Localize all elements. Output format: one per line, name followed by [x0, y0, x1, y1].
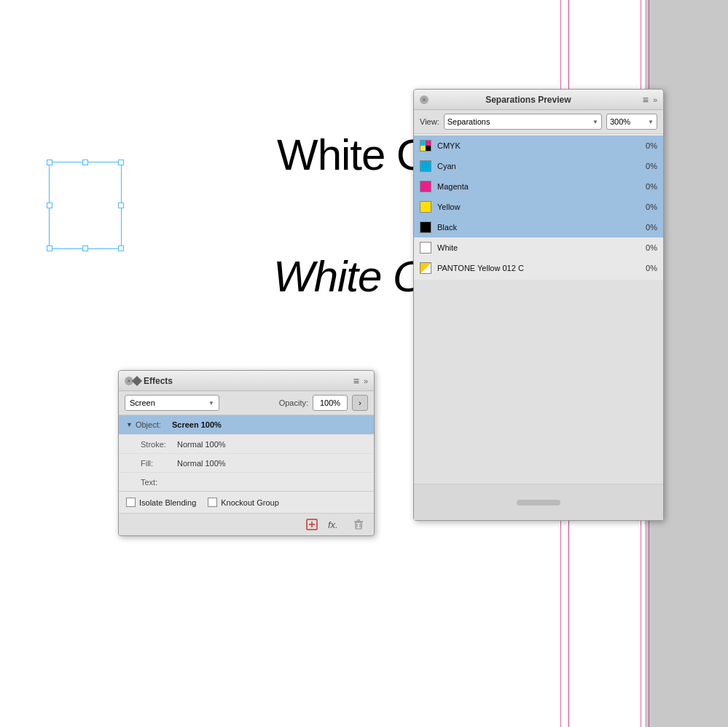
- stroke-label: Stroke:: [141, 440, 177, 449]
- separations-collapse-icon[interactable]: »: [653, 95, 657, 104]
- view-dropdown[interactable]: Separations ▼: [444, 114, 602, 130]
- next-button[interactable]: ›: [352, 395, 368, 411]
- handle-top-right[interactable]: [118, 160, 124, 165]
- zoom-dropdown-arrow-icon: ▼: [648, 119, 654, 125]
- handle-mid-right[interactable]: [118, 203, 124, 208]
- object-value: Screen 100%: [172, 420, 222, 429]
- opacity-label: Opacity:: [279, 398, 308, 407]
- magenta-color-name: Magenta: [437, 182, 637, 191]
- view-dropdown-value: Separations: [447, 117, 490, 126]
- effects-panel: × Effects ≡ » Screen ▼ Opacity: 100% ›: [118, 370, 375, 536]
- view-dropdown-arrow-icon: ▼: [592, 119, 598, 125]
- list-item[interactable]: Yellow 0%: [414, 197, 663, 217]
- delete-button[interactable]: [349, 516, 368, 533]
- text-row: Text:: [119, 472, 374, 491]
- separations-panel-bottom: [414, 484, 663, 520]
- effects-bottombar: fx.: [119, 513, 374, 535]
- white-color-name: White: [437, 243, 637, 252]
- separations-panel-title: Separations Preview: [414, 95, 643, 105]
- cyan-color-swatch: [420, 160, 431, 172]
- scrollbar-indicator[interactable]: [517, 500, 560, 506]
- knockout-group-label: Knockout Group: [221, 498, 279, 507]
- isolate-blending-checkbox[interactable]: [126, 498, 136, 507]
- separations-menu-icon[interactable]: ≡: [643, 94, 649, 106]
- effects-checkboxes-area: Isolate Blending Knockout Group: [119, 491, 374, 513]
- knockout-group-checkbox-item[interactable]: Knockout Group: [208, 498, 279, 507]
- effects-panel-title-area: Effects: [133, 376, 353, 386]
- pantone-color-pct: 0%: [637, 264, 657, 272]
- handle-bottom-left[interactable]: [47, 245, 52, 251]
- canvas-area: White Ov White Ov × Separations Preview …: [0, 0, 728, 727]
- effects-titlebar: × Effects ≡ »: [119, 371, 374, 391]
- diamond-icon: [132, 375, 142, 385]
- cmyk-color-pct: 0%: [637, 141, 657, 150]
- yellow-color-pct: 0%: [637, 203, 657, 211]
- svg-text:fx.: fx.: [328, 519, 338, 530]
- effects-content: ▼ Object: Screen 100% Stroke: Normal 100…: [119, 415, 374, 491]
- blend-mode-dropdown[interactable]: Screen ▼: [125, 395, 219, 411]
- svg-rect-6: [356, 522, 361, 529]
- handle-bottom-right[interactable]: [118, 245, 124, 251]
- opacity-input[interactable]: 100%: [313, 395, 348, 411]
- color-list: CMYK 0% Cyan 0% Magenta 0% Yellow 0%: [414, 134, 663, 280]
- effects-menu-icon[interactable]: ≡: [353, 375, 359, 387]
- handle-top-left[interactable]: [47, 160, 52, 165]
- blend-mode-arrow-icon: ▼: [208, 400, 214, 406]
- separations-empty-area: [414, 280, 663, 484]
- expand-arrow-icon: ▼: [126, 421, 133, 428]
- fill-row: Fill: Normal 100%: [119, 453, 374, 472]
- effects-toolbar: Screen ▼ Opacity: 100% ›: [119, 391, 374, 415]
- magenta-color-pct: 0%: [637, 182, 657, 191]
- fill-value: Normal 100%: [177, 459, 226, 468]
- handle-bottom-mid[interactable]: [82, 245, 88, 251]
- list-item[interactable]: Black 0%: [414, 217, 663, 237]
- white-color-pct: 0%: [637, 243, 657, 252]
- white-color-swatch: [420, 242, 431, 254]
- blend-mode-value: Screen: [130, 398, 155, 407]
- separations-toolbar: View: Separations ▼ 300% ▼: [414, 110, 663, 134]
- cyan-color-name: Cyan: [437, 162, 637, 170]
- stroke-row: Stroke: Normal 100%: [119, 434, 374, 453]
- list-item[interactable]: PANTONE Yellow 012 C 0%: [414, 258, 663, 278]
- opacity-value: 100%: [320, 398, 340, 407]
- separations-titlebar: × Separations Preview ≡ »: [414, 90, 663, 110]
- handle-mid-left[interactable]: [47, 203, 52, 208]
- black-color-name: Black: [437, 223, 637, 232]
- selection-box[interactable]: [49, 162, 122, 249]
- view-label: View:: [420, 117, 439, 126]
- object-label: Object:: [136, 420, 172, 429]
- black-color-pct: 0%: [637, 223, 657, 232]
- knockout-group-checkbox[interactable]: [208, 498, 217, 507]
- text-label: Text:: [141, 478, 177, 487]
- fx-button[interactable]: fx.: [326, 516, 345, 533]
- edit-style-button[interactable]: [302, 516, 321, 533]
- fill-label: Fill:: [141, 459, 177, 468]
- separations-preview-panel: × Separations Preview ≡ » View: Separati…: [413, 89, 664, 521]
- zoom-value: 300%: [610, 117, 630, 126]
- yellow-color-name: Yellow: [437, 203, 637, 211]
- stroke-value: Normal 100%: [177, 440, 226, 449]
- object-row[interactable]: ▼ Object: Screen 100%: [119, 415, 374, 434]
- list-item[interactable]: Cyan 0%: [414, 156, 663, 176]
- black-color-swatch: [420, 221, 431, 233]
- list-item[interactable]: White 0%: [414, 237, 663, 258]
- zoom-dropdown[interactable]: 300% ▼: [606, 114, 657, 130]
- magenta-color-swatch: [420, 181, 431, 192]
- effects-collapse-icon[interactable]: »: [364, 377, 368, 385]
- isolate-blending-checkbox-item[interactable]: Isolate Blending: [126, 498, 196, 507]
- list-item[interactable]: Magenta 0%: [414, 176, 663, 197]
- pantone-color-swatch: [420, 262, 431, 274]
- cmyk-color-name: CMYK: [437, 141, 637, 150]
- cmyk-color-swatch: [420, 140, 431, 152]
- pantone-color-name: PANTONE Yellow 012 C: [437, 264, 637, 272]
- cyan-color-pct: 0%: [637, 162, 657, 170]
- handle-top-mid[interactable]: [82, 160, 88, 165]
- effects-panel-title: Effects: [144, 376, 173, 386]
- yellow-color-swatch: [420, 201, 431, 213]
- isolate-blending-label: Isolate Blending: [139, 498, 196, 507]
- list-item[interactable]: CMYK 0%: [414, 135, 663, 156]
